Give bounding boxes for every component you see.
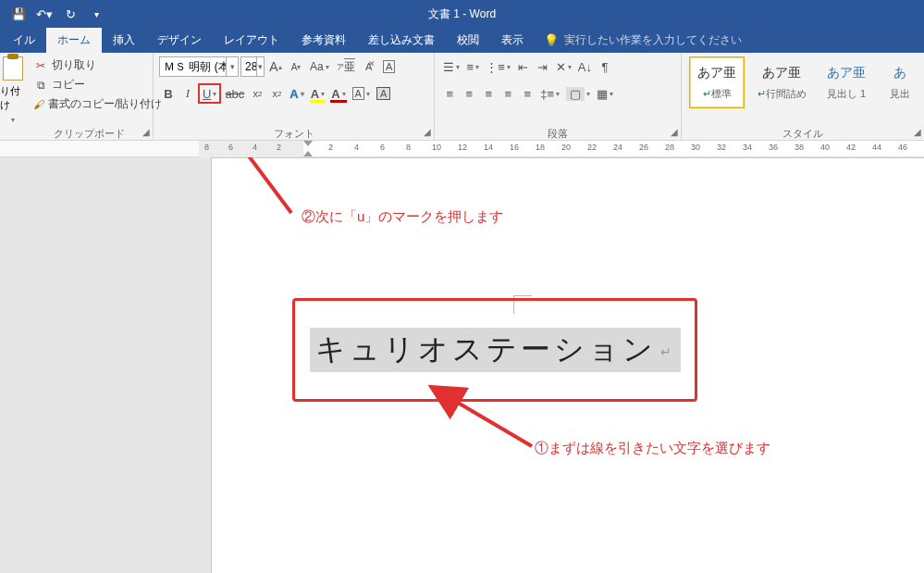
format-painter-label: 書式のコピー/貼り付け <box>48 96 162 112</box>
paste-button[interactable]: り付け ▾ <box>0 53 26 124</box>
align-right-button[interactable]: ≡ <box>479 83 498 104</box>
align-center-button[interactable]: ≡ <box>460 83 478 104</box>
distributed-button[interactable]: ≡ <box>518 83 536 104</box>
cut-button[interactable]: ✂ 切り取り <box>30 56 149 74</box>
ruler-num: 2 <box>277 143 281 152</box>
tab-review[interactable]: 校閲 <box>446 28 490 53</box>
italic-button[interactable]: I <box>179 83 197 104</box>
copy-label: コピー <box>52 77 85 93</box>
superscript-button[interactable]: x2 <box>267 83 286 104</box>
style-heading1-preview: あア亜 <box>827 65 866 81</box>
tell-me-placeholder: 実行したい作業を入力してください <box>564 32 742 48</box>
subscript-button[interactable]: x2 <box>248 83 266 104</box>
font-size-dropdown-icon[interactable]: ▾ <box>256 57 264 76</box>
bold-button[interactable]: B <box>159 83 178 104</box>
character-border-button[interactable]: A <box>374 83 393 104</box>
ruler-num: 6 <box>228 143 233 152</box>
save-icon[interactable]: 💾 <box>9 5 28 23</box>
styles-group-label: スタイル ◢ <box>682 127 924 141</box>
decrease-indent-button[interactable]: ⇤ <box>514 56 533 77</box>
ruler-num: 4 <box>354 143 359 152</box>
font-size-value: 28 <box>241 60 256 73</box>
style-heading1[interactable]: あア亜 見出し 1 <box>819 56 874 108</box>
change-case-button[interactable] <box>307 56 332 77</box>
ruler-num: 30 <box>691 143 700 152</box>
tab-layout[interactable]: レイアウト <box>213 28 290 53</box>
strikethrough-button[interactable]: abc <box>222 83 247 104</box>
font-dialog-launcher-icon[interactable]: ◢ <box>424 125 431 139</box>
document-area: キュリオステーション ②次に「u」のマークを押します ①まずは線を引きたい文字を… <box>0 157 924 573</box>
style-normal[interactable]: あア亜 ↵標準 <box>689 56 745 108</box>
ruler-num: 18 <box>536 143 545 152</box>
arrow-to-selection-icon <box>444 391 555 467</box>
tab-references[interactable]: 参考資料 <box>290 28 357 53</box>
phonetic-guide-button[interactable]: ア亜 <box>334 56 358 77</box>
underline-button[interactable]: U <box>198 83 221 104</box>
style-gallery: あア亜 ↵標準 あア亜 ↵行間詰め あア亜 見出し 1 あ 見出 <box>684 55 922 125</box>
clipboard-dialog-launcher-icon[interactable]: ◢ <box>142 125 150 139</box>
align-left-button[interactable]: ≡ <box>440 83 459 104</box>
grow-font-button[interactable] <box>266 56 285 77</box>
ruler-num: 8 <box>204 143 209 152</box>
quick-access-toolbar: 💾 ↶▾ ↻ ▾ <box>9 5 105 23</box>
ruler-num: 40 <box>820 143 830 152</box>
multilevel-list-button[interactable]: ⋮≡ <box>483 56 513 77</box>
scissors-icon: ✂ <box>33 59 48 72</box>
sort-button[interactable]: A↓ <box>575 56 595 77</box>
ruler-num: 8 <box>406 143 411 152</box>
copy-icon: ⧉ <box>33 79 48 92</box>
font-size-combo[interactable]: 28 ▾ <box>240 56 265 77</box>
horizontal-ruler[interactable]: 8642246810121416182022242628303234363840… <box>199 141 924 157</box>
justify-button[interactable]: ≡ <box>499 83 517 104</box>
ruler-num: 12 <box>458 143 467 152</box>
character-shading-button[interactable]: A <box>350 83 373 104</box>
style-nospacing-label: ↵行間詰め <box>758 87 807 101</box>
bullets-button[interactable]: ☰ <box>440 56 462 77</box>
ruler-num: 32 <box>717 143 726 152</box>
window-title: 文書 1 - Word <box>428 6 496 22</box>
tab-view[interactable]: 表示 <box>490 28 535 53</box>
style-normal-preview: あア亜 <box>697 65 736 81</box>
asian-layout-button[interactable]: ✕ <box>553 56 574 77</box>
styles-dialog-launcher-icon[interactable]: ◢ <box>914 125 921 139</box>
format-painter-button[interactable]: 🖌 書式のコピー/貼り付け <box>30 95 149 113</box>
style-heading2[interactable]: あ 見出 <box>883 56 917 108</box>
increase-indent-button[interactable]: ⇥ <box>534 56 552 77</box>
tab-design[interactable]: デザイン <box>146 28 213 53</box>
shading-button[interactable]: ▢ <box>563 83 593 104</box>
shrink-font-button[interactable] <box>287 56 305 77</box>
style-nospacing-preview: あア亜 <box>762 65 801 81</box>
document-selected-text[interactable]: キュリオステーション <box>310 328 681 372</box>
brush-icon: 🖌 <box>33 98 44 111</box>
show-hide-marks-button[interactable]: ¶ <box>596 56 614 77</box>
tell-me-box[interactable]: 💡 実行したい作業を入力してください <box>535 28 751 53</box>
numbering-button[interactable]: ≡ <box>463 56 482 77</box>
ribbon: り付け ▾ ✂ 切り取り ⧉ コピー 🖌 書式のコピー/貼り付け <box>0 53 924 141</box>
style-nospacing[interactable]: あア亜 ↵行間詰め <box>754 56 809 108</box>
borders-button[interactable]: ▦ <box>594 83 616 104</box>
tab-mailings[interactable]: 差し込み文書 <box>357 28 446 53</box>
first-line-indent-marker[interactable] <box>303 141 313 146</box>
font-name-dropdown-icon[interactable]: ▾ <box>226 57 238 76</box>
tab-insert[interactable]: 挿入 <box>102 28 146 53</box>
tab-home[interactable]: ホーム <box>46 28 102 53</box>
copy-button[interactable]: ⧉ コピー <box>30 76 149 93</box>
clipboard-group-label: クリップボード ◢ <box>26 127 153 141</box>
highlight-color-button[interactable] <box>308 83 327 104</box>
font-color-button[interactable] <box>328 83 348 104</box>
font-group-label: フォント ◢ <box>154 127 434 141</box>
text-effects-button[interactable] <box>287 83 306 104</box>
font-name-value: ＭＳ 明朝 (本 <box>160 59 226 75</box>
clear-formatting-button[interactable]: A✕ <box>360 56 378 77</box>
cut-label: 切り取り <box>52 57 96 73</box>
redo-icon[interactable]: ↻ <box>61 5 80 23</box>
undo-icon[interactable]: ↶▾ <box>35 5 54 23</box>
tab-file[interactable]: イル <box>2 28 46 53</box>
ruler-num: 2 <box>328 143 333 152</box>
qat-customize-icon[interactable]: ▾ <box>87 5 105 23</box>
font-name-combo[interactable]: ＭＳ 明朝 (本 ▾ <box>159 56 239 77</box>
enclose-characters-button[interactable]: A <box>380 56 399 77</box>
hanging-indent-marker[interactable] <box>303 151 313 156</box>
line-spacing-button[interactable]: ‡≡ <box>537 83 562 104</box>
paragraph-dialog-launcher-icon[interactable]: ◢ <box>671 125 678 139</box>
